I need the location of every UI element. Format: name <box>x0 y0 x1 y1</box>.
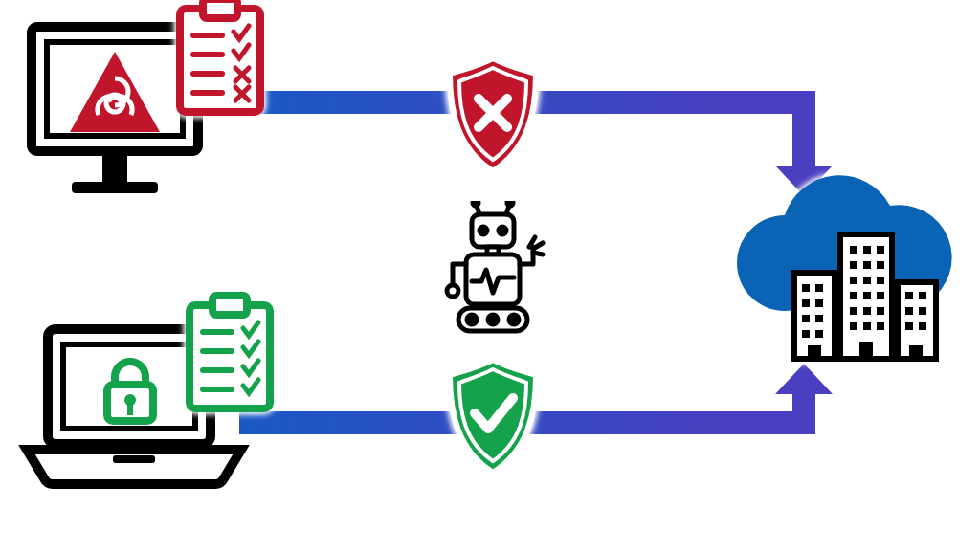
svg-rect-80 <box>905 292 913 299</box>
svg-rect-88 <box>909 345 923 359</box>
svg-rect-81 <box>919 292 926 299</box>
svg-rect-1 <box>792 91 815 167</box>
svg-rect-69 <box>863 276 871 284</box>
svg-rect-56 <box>802 299 810 307</box>
svg-point-50 <box>509 315 519 324</box>
svg-rect-77 <box>850 322 858 330</box>
robot-icon <box>426 201 560 344</box>
svg-rect-79 <box>877 322 884 330</box>
svg-rect-62 <box>850 246 858 254</box>
svg-rect-86 <box>808 345 821 359</box>
shield-allowed-icon <box>440 354 546 478</box>
svg-rect-30 <box>212 296 247 315</box>
flow-arrow-bottom <box>239 364 861 469</box>
svg-rect-74 <box>850 307 858 315</box>
svg-point-43 <box>507 201 513 206</box>
svg-rect-14 <box>203 0 237 18</box>
svg-rect-78 <box>863 322 871 330</box>
svg-point-41 <box>473 201 479 206</box>
clipboard-fail-icon <box>172 0 268 120</box>
svg-rect-65 <box>850 261 858 269</box>
svg-rect-28 <box>127 404 133 415</box>
compliance-diagram <box>0 0 980 553</box>
svg-rect-72 <box>863 292 871 299</box>
svg-rect-10 <box>72 182 158 193</box>
svg-rect-25 <box>113 455 155 463</box>
svg-rect-84 <box>905 322 913 330</box>
svg-rect-82 <box>905 307 913 315</box>
svg-rect-54 <box>802 284 810 292</box>
svg-rect-61 <box>815 330 823 338</box>
svg-rect-70 <box>877 276 884 284</box>
svg-rect-75 <box>863 307 871 315</box>
clipboard-pass-icon <box>182 292 278 416</box>
svg-rect-67 <box>877 261 884 269</box>
svg-point-38 <box>479 227 487 234</box>
svg-rect-57 <box>815 299 823 307</box>
svg-rect-73 <box>877 292 884 299</box>
svg-rect-9 <box>102 153 127 182</box>
svg-rect-64 <box>877 246 884 254</box>
shield-blocked-icon <box>440 53 546 177</box>
svg-point-48 <box>467 315 477 324</box>
svg-rect-63 <box>863 246 871 254</box>
svg-rect-60 <box>802 330 810 338</box>
svg-rect-87 <box>859 342 873 359</box>
svg-rect-66 <box>863 261 871 269</box>
svg-rect-55 <box>815 284 823 292</box>
svg-point-49 <box>488 315 498 324</box>
svg-rect-68 <box>850 276 858 284</box>
svg-point-39 <box>499 227 506 234</box>
svg-rect-4 <box>792 392 815 434</box>
svg-rect-85 <box>919 322 926 330</box>
svg-rect-76 <box>877 307 884 315</box>
svg-rect-58 <box>802 315 810 322</box>
svg-rect-59 <box>815 315 823 322</box>
svg-rect-83 <box>919 307 926 315</box>
svg-point-46 <box>447 285 458 297</box>
cloud-tenant-icon <box>727 167 976 378</box>
svg-rect-71 <box>850 292 858 299</box>
